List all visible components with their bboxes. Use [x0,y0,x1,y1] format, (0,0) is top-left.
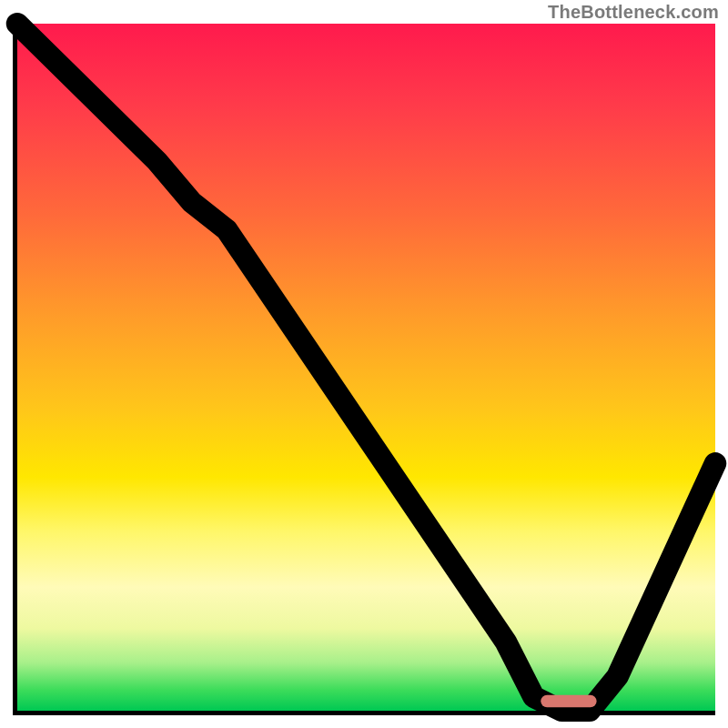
curve-svg [17,24,715,711]
optimum-marker [541,695,596,708]
bottleneck-chart: TheBottleneck.com [0,0,728,728]
plot-area [13,24,715,715]
watermark-text: TheBottleneck.com [548,2,719,23]
bottleneck-curve-path [17,24,715,711]
